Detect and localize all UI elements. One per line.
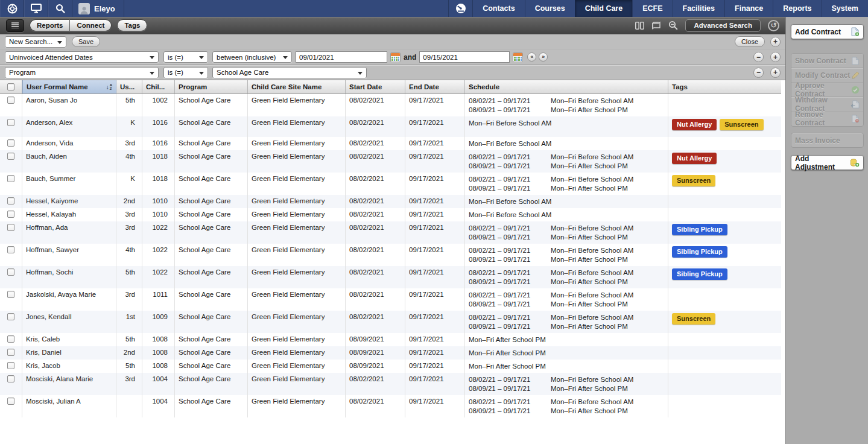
table-row[interactable]: Kris, Jacob5th1008School Age CareGreen F… <box>0 360 781 373</box>
column-header-tags[interactable]: Tags <box>668 80 781 94</box>
tags-button[interactable]: Tags <box>117 19 147 31</box>
nav-item-ecfe[interactable]: ECFE <box>632 0 672 17</box>
date-from-input[interactable]: 09/01/2021 <box>296 51 387 63</box>
reports-button[interactable]: Reports <box>30 19 69 31</box>
brand-menu[interactable]: Eleyo <box>72 0 124 17</box>
list-view-button[interactable] <box>6 19 24 32</box>
filter-operator-select[interactable]: is (=) <box>163 67 208 78</box>
row-user-grade: 3rd <box>116 373 142 395</box>
column-header-end-date[interactable]: End Date <box>405 80 465 94</box>
remove-filter-button[interactable]: − <box>753 68 764 78</box>
add-contract-button[interactable]: Add Contract <box>791 24 864 39</box>
row-checkbox[interactable] <box>7 175 14 182</box>
table-row[interactable]: Hessel, Kalayah3rd1010School Age CareGre… <box>0 208 781 221</box>
row-checkbox[interactable] <box>7 362 14 369</box>
table-row[interactable]: Hoffman, Ada3rd1022School Age CareGreen … <box>0 221 781 244</box>
filter-comparison-select[interactable]: between (inclusive) <box>212 51 292 63</box>
calendar-icon[interactable] <box>513 52 523 62</box>
saved-search-select[interactable]: New Search... <box>5 36 66 48</box>
table-row[interactable]: Kris, Daniel2nd1008School Age CareGreen … <box>0 346 781 360</box>
calendar-icon[interactable] <box>390 52 401 62</box>
table-row[interactable]: Mosciski, Julian A1004School Age CareGre… <box>0 395 781 417</box>
row-schedule: Mon–Fri Before School AM <box>465 195 668 208</box>
filter-value-select[interactable]: School Age Care <box>212 67 367 78</box>
column-header-program[interactable]: Program <box>175 80 248 94</box>
remove-filter-button[interactable]: − <box>753 52 764 62</box>
advanced-search-button[interactable]: Advanced Search <box>685 19 761 32</box>
tag-sunscreen[interactable]: Sunscreen <box>720 119 763 130</box>
add-filter-button[interactable]: + <box>770 52 781 62</box>
book-icon[interactable] <box>651 21 661 30</box>
prev-range-button[interactable]: « <box>527 52 536 62</box>
next-range-button[interactable]: » <box>539 52 548 62</box>
date-to-input[interactable]: 09/15/2021 <box>419 51 510 63</box>
tag-nut-allergy[interactable]: Nut Allergy <box>672 153 717 164</box>
filter-operator-select[interactable]: is (=) <box>163 51 208 63</box>
nav-item-courses[interactable]: Courses <box>525 0 575 17</box>
row-checkbox[interactable] <box>7 291 14 298</box>
row-checkbox[interactable] <box>7 335 14 343</box>
dashboard-icon[interactable] <box>448 0 472 17</box>
row-checkbox[interactable] <box>7 398 14 405</box>
row-checkbox[interactable] <box>7 349 14 356</box>
table-row[interactable]: Bauch, Aiden4th1018School Age CareGreen … <box>0 150 781 173</box>
column-header-child-number[interactable]: Chil... <box>142 80 175 94</box>
column-header-site-name[interactable]: Child Care Site Name <box>248 80 346 94</box>
connect-button[interactable]: Connect <box>69 19 112 31</box>
table-row[interactable]: Anderson, AlexK1016School Age CareGreen … <box>0 116 781 137</box>
row-checkbox[interactable] <box>7 153 14 160</box>
select-all-checkbox[interactable] <box>7 83 14 90</box>
row-checkbox[interactable] <box>7 313 14 320</box>
row-checkbox[interactable] <box>7 197 14 205</box>
table-row[interactable]: Anderson, Vida3rd1016School Age CareGree… <box>0 137 781 150</box>
tag-sunscreen[interactable]: Sunscreen <box>672 175 715 186</box>
row-checkbox[interactable] <box>7 246 14 253</box>
save-search-button[interactable]: Save <box>72 36 100 47</box>
row-checkbox[interactable] <box>7 211 14 218</box>
nav-item-facilities[interactable]: Facilities <box>673 0 725 17</box>
filter-field-select[interactable]: Uninvoiced Attended Dates <box>5 51 159 63</box>
row-checkbox[interactable] <box>7 119 14 126</box>
filter-field-select[interactable]: Program <box>5 67 159 78</box>
tag-nut-allergy[interactable]: Nut Allergy <box>672 119 717 130</box>
nav-item-system[interactable]: System <box>822 0 868 17</box>
row-checkbox[interactable] <box>7 268 14 276</box>
add-filter-button[interactable]: + <box>770 68 781 78</box>
row-checkbox[interactable] <box>7 375 14 382</box>
row-user-formal-name: Hessel, Kaiyome <box>22 195 116 208</box>
tag-sunscreen[interactable]: Sunscreen <box>672 313 715 325</box>
nav-item-child-care[interactable]: Child Care <box>575 0 633 17</box>
display-icon[interactable] <box>24 0 48 17</box>
tag-sibling-pickup[interactable]: Sibling Pickup <box>672 246 727 258</box>
row-checkbox[interactable] <box>7 97 14 104</box>
column-header-user-formal-name[interactable]: User Formal Name ↓AZ <box>22 80 116 94</box>
table-row[interactable]: Hoffman, Sawyer4th1022School Age CareGre… <box>0 244 781 266</box>
search-icon[interactable] <box>48 0 72 17</box>
refresh-icon[interactable]: ↺ <box>768 20 779 31</box>
row-checkbox[interactable] <box>7 139 14 147</box>
nav-item-reports[interactable]: Reports <box>773 0 821 17</box>
column-header-schedule[interactable]: Schedule <box>465 80 668 94</box>
tag-sibling-pickup[interactable]: Sibling Pickup <box>672 224 727 235</box>
row-checkbox[interactable] <box>7 224 14 231</box>
row-site-name: Green Field Elementary <box>248 195 346 208</box>
table-row[interactable]: Aaron, Susan Jo5th1002School Age CareGre… <box>0 94 781 116</box>
table-row[interactable]: Jones, Kendall1st1009School Age CareGree… <box>0 311 781 333</box>
columns-icon[interactable] <box>635 22 644 30</box>
nav-item-contacts[interactable]: Contacts <box>472 0 524 17</box>
zoom-out-icon[interactable] <box>668 21 678 30</box>
column-header-start-date[interactable]: Start Date <box>346 80 405 94</box>
add-adjustment-button[interactable]: Add Adjustment <box>791 155 864 170</box>
table-row[interactable]: Kris, Caleb5th1008School Age CareGreen F… <box>0 333 781 346</box>
column-header-user-grade[interactable]: Us... <box>116 80 142 94</box>
nav-item-finance[interactable]: Finance <box>724 0 773 17</box>
table-row[interactable]: Bauch, SummerK1018School Age CareGreen F… <box>0 173 781 195</box>
table-row[interactable]: Hoffman, Sochi5th1022School Age CareGree… <box>0 266 781 288</box>
close-button[interactable]: Close <box>735 36 765 47</box>
table-row[interactable]: Mosciski, Alana Marie3rd1004School Age C… <box>0 373 781 395</box>
tag-sibling-pickup[interactable]: Sibling Pickup <box>672 268 727 280</box>
table-row[interactable]: Jaskolski, Avaya Marie3rd1011School Age … <box>0 288 781 311</box>
table-row[interactable]: Hessel, Kaiyome2nd1010School Age CareGre… <box>0 195 781 208</box>
add-filter-button[interactable]: + <box>770 37 781 47</box>
help-icon[interactable] <box>0 0 24 17</box>
